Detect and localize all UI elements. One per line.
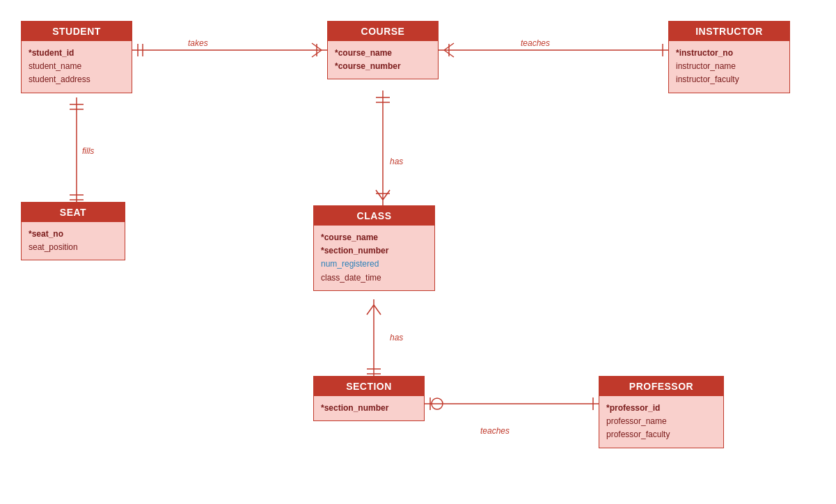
entity-seat: SEAT *seat_no seat_position xyxy=(21,202,125,260)
entity-student-header: STUDENT xyxy=(22,22,132,41)
field: seat_position xyxy=(29,241,118,254)
svg-line-23 xyxy=(367,305,374,315)
field: instructor_faculty xyxy=(676,73,782,86)
field: *section_number xyxy=(321,244,427,258)
field: *professor_id xyxy=(606,402,716,415)
svg-line-8 xyxy=(444,50,454,57)
field: *section_number xyxy=(321,402,417,415)
rel-label-teaches-instructor: teaches xyxy=(521,38,550,48)
rel-label-teaches-professor: teaches xyxy=(480,426,510,436)
entity-student-body: *student_id student_name student_address xyxy=(22,41,132,93)
entity-seat-header: SEAT xyxy=(22,203,125,222)
entity-course-body: *course_name *course_number xyxy=(328,41,438,79)
entity-course: COURSE *course_name *course_number xyxy=(327,21,439,79)
field: *instructor_no xyxy=(676,47,782,60)
field: student_address xyxy=(29,73,125,86)
rel-label-has-course-class: has xyxy=(390,157,403,166)
entity-section-body: *section_number xyxy=(314,396,424,420)
svg-line-24 xyxy=(374,305,381,315)
svg-line-7 xyxy=(444,43,454,50)
field: *course_name xyxy=(321,231,427,244)
entity-professor-header: PROFESSOR xyxy=(599,377,723,396)
field: *student_id xyxy=(29,47,125,60)
svg-line-19 xyxy=(376,190,383,200)
entity-seat-body: *seat_no seat_position xyxy=(22,222,125,260)
entity-section: SECTION *section_number xyxy=(313,376,425,421)
entity-course-header: COURSE xyxy=(328,22,438,41)
field: professor_name xyxy=(606,415,716,428)
entity-class: CLASS *course_name *section_number num_r… xyxy=(313,205,435,291)
svg-line-4 xyxy=(312,50,322,57)
entity-instructor-header: INSTRUCTOR xyxy=(669,22,789,41)
field: *course_number xyxy=(335,60,431,73)
field: professor_faculty xyxy=(606,428,716,441)
field: *course_name xyxy=(335,47,431,60)
entity-section-header: SECTION xyxy=(314,377,424,396)
entity-instructor: INSTRUCTOR *instructor_no instructor_nam… xyxy=(668,21,790,93)
rel-label-fills: fills xyxy=(82,146,94,156)
rel-label-has-class-section: has xyxy=(390,333,403,342)
entity-student: STUDENT *student_id student_name student… xyxy=(21,21,132,93)
entity-professor-body: *professor_id professor_name professor_f… xyxy=(599,396,723,448)
field: student_name xyxy=(29,60,125,73)
svg-line-3 xyxy=(312,43,322,50)
diagram-container: STUDENT *student_id student_name student… xyxy=(0,0,836,504)
svg-line-20 xyxy=(383,190,390,200)
field: instructor_name xyxy=(676,60,782,73)
entity-instructor-body: *instructor_no instructor_name instructo… xyxy=(669,41,789,93)
field: num_registered xyxy=(321,258,427,271)
entity-class-body: *course_name *section_number num_registe… xyxy=(314,226,434,290)
svg-point-28 xyxy=(432,398,443,409)
rel-label-takes: takes xyxy=(188,38,208,48)
field: *seat_no xyxy=(29,228,118,241)
entity-professor: PROFESSOR *professor_id professor_name p… xyxy=(599,376,724,448)
entity-class-header: CLASS xyxy=(314,206,434,226)
field: class_date_time xyxy=(321,271,427,285)
